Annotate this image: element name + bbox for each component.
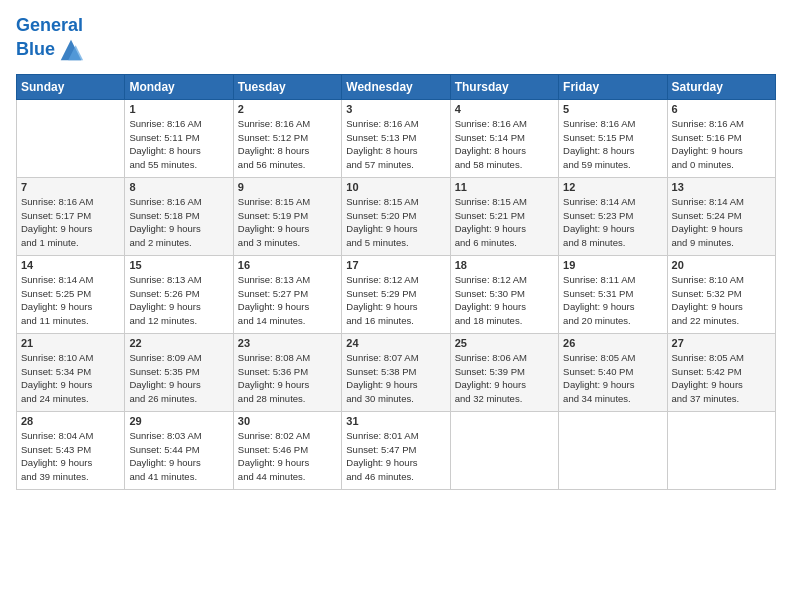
calendar-cell xyxy=(450,411,558,489)
day-info: Sunrise: 8:04 AM Sunset: 5:43 PM Dayligh… xyxy=(21,429,120,484)
day-info: Sunrise: 8:16 AM Sunset: 5:15 PM Dayligh… xyxy=(563,117,662,172)
calendar-cell: 2Sunrise: 8:16 AM Sunset: 5:12 PM Daylig… xyxy=(233,99,341,177)
day-info: Sunrise: 8:14 AM Sunset: 5:24 PM Dayligh… xyxy=(672,195,771,250)
logo-text: General xyxy=(16,16,85,36)
calendar-table: SundayMondayTuesdayWednesdayThursdayFrid… xyxy=(16,74,776,490)
day-number: 19 xyxy=(563,259,662,271)
calendar-cell: 27Sunrise: 8:05 AM Sunset: 5:42 PM Dayli… xyxy=(667,333,775,411)
header: General Blue xyxy=(16,16,776,64)
day-info: Sunrise: 8:07 AM Sunset: 5:38 PM Dayligh… xyxy=(346,351,445,406)
calendar-cell: 5Sunrise: 8:16 AM Sunset: 5:15 PM Daylig… xyxy=(559,99,667,177)
day-info: Sunrise: 8:15 AM Sunset: 5:20 PM Dayligh… xyxy=(346,195,445,250)
day-info: Sunrise: 8:13 AM Sunset: 5:27 PM Dayligh… xyxy=(238,273,337,328)
day-number: 10 xyxy=(346,181,445,193)
day-number: 18 xyxy=(455,259,554,271)
calendar-cell: 26Sunrise: 8:05 AM Sunset: 5:40 PM Dayli… xyxy=(559,333,667,411)
day-number: 31 xyxy=(346,415,445,427)
calendar-cell: 21Sunrise: 8:10 AM Sunset: 5:34 PM Dayli… xyxy=(17,333,125,411)
calendar-body: 1Sunrise: 8:16 AM Sunset: 5:11 PM Daylig… xyxy=(17,99,776,489)
day-number: 5 xyxy=(563,103,662,115)
calendar-week-row: 21Sunrise: 8:10 AM Sunset: 5:34 PM Dayli… xyxy=(17,333,776,411)
day-info: Sunrise: 8:15 AM Sunset: 5:21 PM Dayligh… xyxy=(455,195,554,250)
dow-cell: Monday xyxy=(125,74,233,99)
calendar-cell: 31Sunrise: 8:01 AM Sunset: 5:47 PM Dayli… xyxy=(342,411,450,489)
day-info: Sunrise: 8:12 AM Sunset: 5:30 PM Dayligh… xyxy=(455,273,554,328)
day-number: 9 xyxy=(238,181,337,193)
calendar-week-row: 1Sunrise: 8:16 AM Sunset: 5:11 PM Daylig… xyxy=(17,99,776,177)
day-number: 11 xyxy=(455,181,554,193)
day-number: 27 xyxy=(672,337,771,349)
dow-cell: Tuesday xyxy=(233,74,341,99)
day-info: Sunrise: 8:10 AM Sunset: 5:34 PM Dayligh… xyxy=(21,351,120,406)
day-info: Sunrise: 8:01 AM Sunset: 5:47 PM Dayligh… xyxy=(346,429,445,484)
day-info: Sunrise: 8:16 AM Sunset: 5:12 PM Dayligh… xyxy=(238,117,337,172)
calendar-cell: 25Sunrise: 8:06 AM Sunset: 5:39 PM Dayli… xyxy=(450,333,558,411)
calendar-week-row: 7Sunrise: 8:16 AM Sunset: 5:17 PM Daylig… xyxy=(17,177,776,255)
calendar-cell: 22Sunrise: 8:09 AM Sunset: 5:35 PM Dayli… xyxy=(125,333,233,411)
calendar-cell: 23Sunrise: 8:08 AM Sunset: 5:36 PM Dayli… xyxy=(233,333,341,411)
calendar-week-row: 28Sunrise: 8:04 AM Sunset: 5:43 PM Dayli… xyxy=(17,411,776,489)
day-number: 8 xyxy=(129,181,228,193)
calendar-cell: 28Sunrise: 8:04 AM Sunset: 5:43 PM Dayli… xyxy=(17,411,125,489)
day-info: Sunrise: 8:12 AM Sunset: 5:29 PM Dayligh… xyxy=(346,273,445,328)
calendar-cell: 8Sunrise: 8:16 AM Sunset: 5:18 PM Daylig… xyxy=(125,177,233,255)
calendar-cell: 3Sunrise: 8:16 AM Sunset: 5:13 PM Daylig… xyxy=(342,99,450,177)
day-info: Sunrise: 8:15 AM Sunset: 5:19 PM Dayligh… xyxy=(238,195,337,250)
day-number: 2 xyxy=(238,103,337,115)
calendar-cell: 17Sunrise: 8:12 AM Sunset: 5:29 PM Dayli… xyxy=(342,255,450,333)
calendar-cell: 7Sunrise: 8:16 AM Sunset: 5:17 PM Daylig… xyxy=(17,177,125,255)
day-number: 1 xyxy=(129,103,228,115)
day-info: Sunrise: 8:10 AM Sunset: 5:32 PM Dayligh… xyxy=(672,273,771,328)
calendar-cell: 4Sunrise: 8:16 AM Sunset: 5:14 PM Daylig… xyxy=(450,99,558,177)
calendar-cell: 1Sunrise: 8:16 AM Sunset: 5:11 PM Daylig… xyxy=(125,99,233,177)
day-number: 17 xyxy=(346,259,445,271)
calendar-cell: 16Sunrise: 8:13 AM Sunset: 5:27 PM Dayli… xyxy=(233,255,341,333)
day-number: 26 xyxy=(563,337,662,349)
calendar-cell: 9Sunrise: 8:15 AM Sunset: 5:19 PM Daylig… xyxy=(233,177,341,255)
logo-blue: Blue xyxy=(16,40,55,60)
calendar-cell: 19Sunrise: 8:11 AM Sunset: 5:31 PM Dayli… xyxy=(559,255,667,333)
dow-cell: Friday xyxy=(559,74,667,99)
calendar-cell: 14Sunrise: 8:14 AM Sunset: 5:25 PM Dayli… xyxy=(17,255,125,333)
calendar-cell: 11Sunrise: 8:15 AM Sunset: 5:21 PM Dayli… xyxy=(450,177,558,255)
day-info: Sunrise: 8:06 AM Sunset: 5:39 PM Dayligh… xyxy=(455,351,554,406)
day-number: 23 xyxy=(238,337,337,349)
calendar-cell: 13Sunrise: 8:14 AM Sunset: 5:24 PM Dayli… xyxy=(667,177,775,255)
day-number: 24 xyxy=(346,337,445,349)
day-info: Sunrise: 8:11 AM Sunset: 5:31 PM Dayligh… xyxy=(563,273,662,328)
day-number: 25 xyxy=(455,337,554,349)
dow-cell: Thursday xyxy=(450,74,558,99)
day-info: Sunrise: 8:14 AM Sunset: 5:23 PM Dayligh… xyxy=(563,195,662,250)
day-number: 28 xyxy=(21,415,120,427)
calendar-cell: 6Sunrise: 8:16 AM Sunset: 5:16 PM Daylig… xyxy=(667,99,775,177)
calendar-cell xyxy=(17,99,125,177)
logo: General Blue xyxy=(16,16,85,64)
day-number: 14 xyxy=(21,259,120,271)
day-info: Sunrise: 8:16 AM Sunset: 5:16 PM Dayligh… xyxy=(672,117,771,172)
day-info: Sunrise: 8:16 AM Sunset: 5:18 PM Dayligh… xyxy=(129,195,228,250)
day-info: Sunrise: 8:05 AM Sunset: 5:42 PM Dayligh… xyxy=(672,351,771,406)
day-number: 7 xyxy=(21,181,120,193)
day-number: 22 xyxy=(129,337,228,349)
day-number: 15 xyxy=(129,259,228,271)
calendar-cell: 24Sunrise: 8:07 AM Sunset: 5:38 PM Dayli… xyxy=(342,333,450,411)
calendar-cell: 18Sunrise: 8:12 AM Sunset: 5:30 PM Dayli… xyxy=(450,255,558,333)
day-number: 13 xyxy=(672,181,771,193)
day-info: Sunrise: 8:16 AM Sunset: 5:14 PM Dayligh… xyxy=(455,117,554,172)
dow-cell: Wednesday xyxy=(342,74,450,99)
day-number: 16 xyxy=(238,259,337,271)
day-info: Sunrise: 8:14 AM Sunset: 5:25 PM Dayligh… xyxy=(21,273,120,328)
dow-cell: Saturday xyxy=(667,74,775,99)
calendar-cell: 20Sunrise: 8:10 AM Sunset: 5:32 PM Dayli… xyxy=(667,255,775,333)
days-of-week-header: SundayMondayTuesdayWednesdayThursdayFrid… xyxy=(17,74,776,99)
day-number: 29 xyxy=(129,415,228,427)
day-info: Sunrise: 8:16 AM Sunset: 5:17 PM Dayligh… xyxy=(21,195,120,250)
calendar-cell: 12Sunrise: 8:14 AM Sunset: 5:23 PM Dayli… xyxy=(559,177,667,255)
calendar-cell: 29Sunrise: 8:03 AM Sunset: 5:44 PM Dayli… xyxy=(125,411,233,489)
page-container: General Blue SundayMondayTuesdayWednesda… xyxy=(0,0,792,498)
calendar-cell xyxy=(559,411,667,489)
day-info: Sunrise: 8:16 AM Sunset: 5:11 PM Dayligh… xyxy=(129,117,228,172)
day-number: 6 xyxy=(672,103,771,115)
day-info: Sunrise: 8:13 AM Sunset: 5:26 PM Dayligh… xyxy=(129,273,228,328)
day-info: Sunrise: 8:05 AM Sunset: 5:40 PM Dayligh… xyxy=(563,351,662,406)
